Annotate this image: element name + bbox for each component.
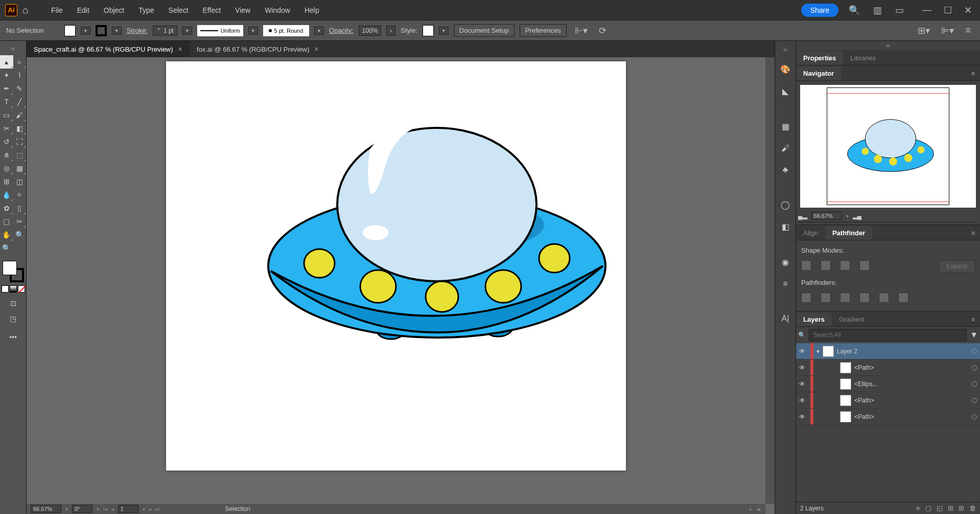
divide-button[interactable] <box>801 293 811 303</box>
visibility-icon[interactable]: 👁 <box>799 413 807 420</box>
slice-tool[interactable]: ✂ <box>13 215 27 228</box>
chevron-down-icon[interactable]: ▾ <box>816 348 820 355</box>
eyedropper-tool[interactable]: 💧 <box>0 188 13 202</box>
essentials-icon[interactable]: ≡ <box>962 23 974 38</box>
zoom-in-icon[interactable]: ▂▄ <box>853 212 862 219</box>
menu-effect[interactable]: Effect <box>196 6 228 14</box>
color-guide-icon[interactable]: ◣ <box>780 84 790 98</box>
make-clipping-icon[interactable]: ▢ <box>925 504 931 512</box>
document-setup-button[interactable]: Document Setup <box>454 24 515 37</box>
tab-libraries[interactable]: Libraries <box>843 51 883 65</box>
collapse-icon[interactable]: ‹‹ <box>782 45 788 54</box>
character-icon[interactable]: A| <box>780 312 791 325</box>
tab-gradient[interactable]: Gradient <box>832 312 872 326</box>
prefs-icon[interactable]: ⊫▾ <box>938 23 957 38</box>
column-graph-tool[interactable]: ▯ <box>13 202 27 215</box>
intersect-button[interactable] <box>840 260 850 271</box>
transparency-icon[interactable]: ◧ <box>780 220 791 234</box>
shaper-tool[interactable]: ✂ <box>0 122 13 135</box>
menu-edit[interactable]: Edit <box>70 6 97 14</box>
free-transform-tool[interactable]: ⬚ <box>13 148 27 162</box>
menu-file[interactable]: File <box>44 6 70 14</box>
workspace-icon[interactable]: ▭ <box>892 3 907 18</box>
zoom-field[interactable] <box>31 505 61 513</box>
stroke-label[interactable]: Stroke: <box>127 27 148 34</box>
panel-menu-icon[interactable]: ≡ <box>966 227 980 240</box>
tab-align[interactable]: Align <box>796 226 825 240</box>
filter-icon[interactable]: ▼ <box>970 330 978 340</box>
symbol-sprayer-tool[interactable]: ✿ <box>0 202 13 215</box>
menu-select[interactable]: Select <box>161 6 196 14</box>
scale-tool[interactable]: ⛶ <box>13 135 27 148</box>
arrange-icon[interactable]: ▥ <box>870 3 885 18</box>
stroke-weight-arrow[interactable]: ▾ <box>182 27 192 35</box>
minimize-icon[interactable]: — <box>919 3 935 18</box>
layer-row[interactable]: 👁 <Path> <box>796 409 980 425</box>
canvas[interactable]: ▾ ▾ I◂ ◂ ▾ ▸ ▸I Selection ▸ ◂▸ <box>27 57 775 514</box>
visibility-icon[interactable]: 👁 <box>799 348 807 355</box>
layer-row[interactable]: 👁 <Path> <box>796 392 980 409</box>
brushes-icon[interactable]: 🖌 <box>779 142 791 155</box>
draw-mode-icon[interactable]: ◳ <box>7 312 20 325</box>
navigator-zoom-field[interactable] <box>811 212 842 220</box>
crop-button[interactable] <box>859 293 870 303</box>
panel-menu-icon[interactable]: ≡ <box>966 313 980 326</box>
tab-pathfinder[interactable]: Pathfinder <box>825 226 872 240</box>
target-icon[interactable] <box>972 414 977 419</box>
menu-type[interactable]: Type <box>131 6 161 14</box>
rectangle-tool[interactable]: ▭ <box>0 108 13 122</box>
stroke-panel-icon[interactable]: ◯ <box>779 198 792 212</box>
navigator-preview[interactable] <box>800 85 976 208</box>
screen-mode-icon[interactable]: ⊡ <box>7 297 20 310</box>
panel-menu-icon[interactable]: ≡ <box>966 67 980 80</box>
zoom-tool-2[interactable]: 🔍 <box>0 241 13 255</box>
rotate-tool[interactable]: ↺ <box>0 135 13 148</box>
stroke-profile-arrow[interactable]: ▾ <box>248 27 258 35</box>
fill-swatch[interactable] <box>64 25 76 36</box>
width-tool[interactable]: ⋔ <box>0 148 13 162</box>
swatches-icon[interactable]: ▦ <box>780 120 791 133</box>
fill-color-box[interactable] <box>3 261 17 275</box>
stroke-dropdown[interactable]: ▾ <box>112 27 122 35</box>
close-icon[interactable]: ✕ <box>961 3 975 18</box>
minus-front-button[interactable] <box>821 260 831 271</box>
brush-arrow[interactable]: ▾ <box>314 27 324 35</box>
close-icon[interactable]: × <box>314 45 318 53</box>
shape-builder-tool[interactable]: ◎ <box>0 162 13 175</box>
prev-artboard-icon[interactable]: ◂ <box>111 506 114 512</box>
fill-dropdown[interactable]: ▾ <box>81 27 90 35</box>
scroll-left-icon[interactable]: ▸ <box>750 506 752 512</box>
visibility-icon[interactable]: 👁 <box>799 364 807 371</box>
target-icon[interactable] <box>972 365 977 370</box>
delete-layer-icon[interactable]: 🗑 <box>969 504 976 512</box>
scroll-right-icon[interactable]: ◂▸ <box>756 506 761 512</box>
style-swatch[interactable] <box>423 25 434 36</box>
new-layer-icon[interactable]: ⊞ <box>948 504 953 512</box>
snap-icon[interactable]: ⊞▾ <box>915 23 933 38</box>
target-icon[interactable] <box>972 382 977 387</box>
target-icon[interactable] <box>972 349 977 354</box>
opacity-arrow[interactable]: › <box>386 26 395 36</box>
stroke-profile[interactable]: Uniform <box>197 25 243 36</box>
next-artboard-icon[interactable]: ▸ <box>149 506 152 512</box>
gradient-tool[interactable]: ◫ <box>13 175 27 188</box>
zoom-tool[interactable]: 🔍 <box>13 228 27 241</box>
tab-properties[interactable]: Properties <box>796 51 843 65</box>
close-icon[interactable]: × <box>178 45 182 53</box>
blend-tool[interactable]: ✧ <box>13 188 27 202</box>
expand-panels-icon[interactable]: ›› <box>796 41 980 50</box>
eraser-tool[interactable]: ◧ <box>13 122 27 135</box>
menu-view[interactable]: View <box>228 6 258 14</box>
mesh-tool[interactable]: ⊞ <box>0 175 13 188</box>
trim-button[interactable] <box>821 293 831 303</box>
visibility-icon[interactable]: 👁 <box>799 381 807 388</box>
transform-icon[interactable]: ⟳ <box>596 23 610 38</box>
artboard-tool[interactable]: ▢ <box>0 215 13 228</box>
hand-tool[interactable]: ✋ <box>0 228 13 241</box>
layer-row[interactable]: 👁 ▾ Layer 2 <box>796 343 980 360</box>
tab-layers[interactable]: Layers <box>796 312 832 326</box>
share-button[interactable]: Share <box>801 4 838 17</box>
color-panel-icon[interactable]: 🎨 <box>778 62 792 76</box>
artboard-field[interactable] <box>118 505 138 513</box>
color-picker[interactable] <box>3 261 24 282</box>
